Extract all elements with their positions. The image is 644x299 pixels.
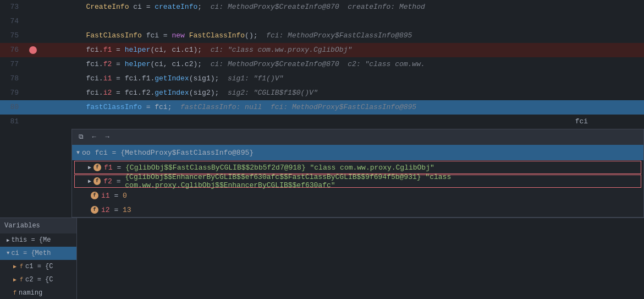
- var-label-ci: ci = {Meth: [11, 249, 51, 257]
- line-number-78: 78: [0, 72, 27, 86]
- breakpoint-gutter-76[interactable]: [27, 46, 38, 54]
- code-line-77: 77 fci.f2 = helper(ci, ci.c2); ci: Metho…: [0, 57, 644, 72]
- variables-sidebar: Variables ▶ this = {Me ▼ ci = {Meth ▶ f …: [0, 218, 77, 299]
- debugger-item-i1[interactable]: ▶ f i1 = 0: [72, 188, 643, 203]
- field-value-f2: {CglibObj$$EnhancerByCGLIB$$ef630afc$$Fa…: [125, 173, 636, 189]
- expand-triangle-f1: ▶: [88, 164, 91, 171]
- code-line-78: 78 fci.i1 = fci.f1.getIndex(sig1); sig1:…: [0, 72, 644, 86]
- field-eq-f1: =: [113, 164, 125, 172]
- code-content-77: fci.f2 = helper(ci, ci.c2); ci: MethodPr…: [47, 57, 633, 72]
- debugger-item-f1[interactable]: ▶ f f1 = {CglibObj$$FastClassByCGLIB$$2b…: [74, 161, 641, 174]
- code-line-81: 81 fci: [0, 115, 644, 129]
- code-line-79: 79 fci.i2 = fci.f2.getIndex(sig2); sig2:…: [0, 86, 644, 100]
- code-content-75: FastClassInfo fci = new FastClassInfo();…: [47, 29, 633, 43]
- info-c2: ▶ f: [13, 276, 23, 283]
- variables-section: Variables ▶ this = {Me ▼ ci = {Meth ▶ f …: [0, 218, 644, 299]
- triangle-this: ▶: [7, 237, 9, 243]
- debugger-panel: ⧉ ← → ▼ oo fci = {MethodProxy$FastClassI…: [71, 129, 644, 218]
- line-number-74: 74: [0, 14, 27, 29]
- field-eq-f2: =: [112, 177, 125, 186]
- debugger-forward-btn[interactable]: →: [102, 132, 113, 143]
- var-item-c1[interactable]: ▶ f c1 = {C: [0, 260, 76, 273]
- info-icon-i1: f: [91, 192, 98, 199]
- info-c1: ▶ f: [13, 263, 23, 270]
- code-line-73: 73 CreateInfo ci = createInfo; ci: Metho…: [0, 0, 644, 14]
- debugger-back-btn[interactable]: ←: [89, 132, 100, 143]
- expand-triangle-root: ▼: [76, 150, 80, 156]
- debugger-root-label: oo fci = {MethodProxy$FastClassInfo@895}: [82, 149, 254, 157]
- tooltip-text: fci: [575, 117, 588, 126]
- debugger-copy-btn[interactable]: ⧉: [75, 132, 86, 143]
- debugger-toolbar: ⧉ ← →: [72, 129, 643, 145]
- debugger-item-i2[interactable]: ▶ f i2 = 13: [72, 203, 643, 217]
- variables-label: Variables: [4, 222, 40, 230]
- field-value-f1: {CglibObj$$FastClassByCGLIB$$2bb5f2d7@91…: [125, 164, 434, 172]
- field-name-i2: i2: [101, 206, 110, 214]
- code-line-75: 75 FastClassInfo fci = new FastClassInfo…: [0, 29, 644, 43]
- debugger-item-f2[interactable]: ▶ f f2 = {CglibObj$$EnhancerByCGLIB$$ef6…: [74, 175, 641, 188]
- breakpoint-dot-76[interactable]: [29, 46, 37, 54]
- var-item-naming[interactable]: f naming: [0, 286, 76, 299]
- code-content-81: fci: [47, 115, 633, 129]
- line-number-79: 79: [0, 86, 27, 100]
- triangle-ci: ▼: [7, 251, 9, 256]
- var-label-c1: c1 = {C: [25, 263, 53, 270]
- code-content-76: fci.f1 = helper(ci, ci.c1); c1: "class c…: [47, 43, 633, 57]
- field-name-f2: f2: [103, 177, 112, 186]
- var-item-this[interactable]: ▶ this = {Me: [0, 233, 76, 247]
- code-section: 73 CreateInfo ci = createInfo; ci: Metho…: [0, 0, 644, 129]
- code-line-74: 74: [0, 14, 644, 29]
- var-label-naming: naming: [19, 289, 42, 297]
- var-label-c2: c2 = {C: [25, 276, 53, 284]
- code-content-73: CreateInfo ci = createInfo; ci: MethodPr…: [47, 0, 633, 14]
- line-number-80: 80: [0, 100, 27, 115]
- info-icon-i2: f: [91, 206, 98, 214]
- line-number-76: 76: [0, 43, 27, 57]
- info-icon-f1: f: [93, 164, 101, 171]
- field-eq-i1: =: [110, 192, 123, 200]
- code-content-78: fci.i1 = fci.f1.getIndex(sig1); sig1: "f…: [47, 72, 633, 86]
- line-number-73: 73: [0, 0, 27, 14]
- field-eq-i2: =: [110, 206, 123, 214]
- var-item-ci[interactable]: ▼ ci = {Meth: [0, 247, 76, 260]
- code-line-76: 76 fci.f1 = helper(ci, ci.c1); c1: "clas…: [0, 43, 644, 57]
- var-label-this: this = {Me: [11, 236, 51, 244]
- line-number-77: 77: [0, 57, 27, 72]
- field-name-i1: i1: [101, 192, 110, 200]
- field-value-i1: 0: [123, 192, 127, 200]
- variables-header: Variables: [0, 218, 76, 233]
- editor-area: 73 CreateInfo ci = createInfo; ci: Metho…: [0, 0, 644, 299]
- code-line-80: 80 fastClassInfo = fci; fastClassInfo: n…: [0, 100, 644, 115]
- expand-triangle-f2: ▶: [88, 178, 91, 184]
- field-name-f1: f1: [104, 164, 113, 172]
- debugger-popup-wrapper: ⧉ ← → ▼ oo fci = {MethodProxy$FastClassI…: [71, 129, 644, 218]
- code-content-80: fastClassInfo = fci; fastClassInfo: null…: [47, 100, 633, 115]
- code-content-79: fci.i2 = fci.f2.getIndex(sig2); sig2: "C…: [47, 86, 633, 100]
- info-naming: f: [13, 290, 16, 296]
- field-value-i2: 13: [123, 206, 131, 214]
- line-number-75: 75: [0, 29, 27, 43]
- var-item-c2[interactable]: ▶ f c2 = {C: [0, 273, 76, 286]
- line-number-81: 81: [0, 115, 27, 129]
- debugger-root-item[interactable]: ▼ oo fci = {MethodProxy$FastClassInfo@89…: [72, 145, 643, 160]
- info-icon-f2: f: [93, 177, 101, 185]
